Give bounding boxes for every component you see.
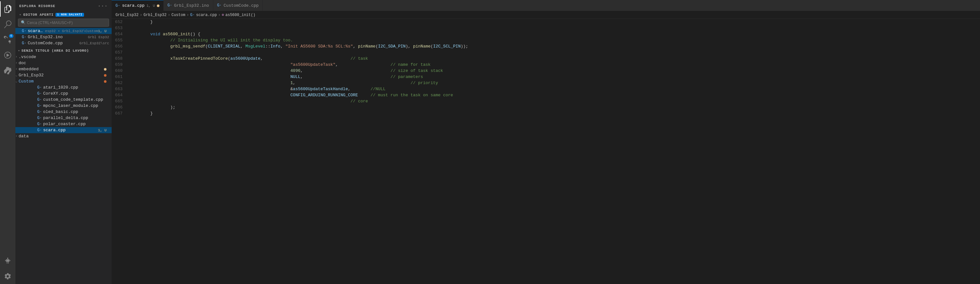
file-mpcnc[interactable]: G· mpcnc_laser_module.cpp (15, 103, 111, 109)
search-input[interactable] (27, 21, 106, 25)
svg-rect-5 (7, 262, 7, 263)
line-num-662: 662 (111, 80, 128, 86)
folder-grbl-name: Grbl_Esp32 (19, 73, 44, 78)
file-scara-badge: 1, U (98, 128, 109, 132)
tab-scara[interactable]: G· scara.cpp 1, U (111, 0, 164, 11)
line-num-666: 666 (111, 104, 128, 110)
tab-customcode-label: CustomCode.cpp (224, 3, 259, 8)
folder-chevron-grbl: ⌵ (15, 73, 18, 77)
folder-doc[interactable]: › doc (15, 60, 111, 66)
activity-bar-item-robot[interactable] (0, 253, 15, 269)
line-content-659: "as5600UpdateTask", // name for task (128, 62, 980, 68)
breadcrumb-file[interactable]: scara.cpp (196, 13, 217, 18)
folder-chevron-custom: ⌵ (15, 80, 18, 83)
cpp-icon: G· (22, 29, 26, 34)
folder-grbl-esp32[interactable]: ⌵ Grbl_Esp32 (15, 72, 111, 78)
file-oled-icon: G· (37, 110, 42, 114)
folder-custom-name: Custom (19, 79, 34, 84)
tab-customcode[interactable]: G· CustomCode.cpp (213, 0, 263, 11)
folder-chevron-vscode: › (15, 55, 18, 59)
line-num-657: 657 (111, 49, 128, 56)
line-num-653: 653 (111, 25, 128, 31)
file-corexy[interactable]: G· CoreXY.cpp (15, 91, 111, 97)
folder-grbl-dot (104, 74, 107, 77)
activity-bar-item-source-control[interactable]: 6 (0, 32, 15, 48)
line-num-665: 665 (111, 98, 128, 104)
line-content-654: void as5600_init() { (128, 31, 980, 37)
file-parallel-delta[interactable]: G· parallel_delta.cpp (15, 115, 111, 121)
breadcrumb-sep3: › (187, 13, 189, 18)
editor-file-scara-badge: 1, U (98, 29, 109, 33)
activity-bar: 6 (0, 0, 15, 284)
folder-chevron-data: › (15, 134, 18, 138)
sidebar-menu-button[interactable]: ··· (98, 3, 108, 9)
tab-bar: G· scara.cpp 1, U G· Grbl_Esp32.ino G· C… (111, 0, 980, 11)
line-content-661: NULL, // parameters (128, 74, 980, 80)
file-polar-name: polar_coaster.cpp (43, 121, 109, 126)
folder-vscode-name: .vscode (19, 54, 36, 59)
activity-bar-item-extensions[interactable] (0, 63, 15, 78)
code-line-663: 663 &as5600UpdateTaskHandle, //NULL (111, 86, 980, 92)
breadcrumb: Grbl_Esp32 › Grbl_Esp32 › Custom › G· sc… (111, 11, 980, 19)
breadcrumb-grbl2[interactable]: Grbl_Esp32 (143, 13, 167, 18)
editor-file-scara-path: esp32 • Grbl_Esp32\Custom (45, 29, 98, 33)
line-num-655: 655 (111, 37, 128, 43)
folder-embedded-dot (104, 68, 107, 70)
line-content-656: grbl_msg_sendf(CLIENT_SERIAL, MsgLevel::… (128, 43, 980, 49)
activity-bar-item-search[interactable] (0, 17, 15, 32)
code-line-661: 661 NULL, // parameters (111, 74, 980, 80)
folder-custom[interactable]: ⌵ Custom (15, 78, 111, 85)
editor-file-grbl-path: Grbl Esp32 (88, 35, 109, 39)
file-atari[interactable]: G· atari_1020.cpp (15, 85, 111, 91)
line-content-666: ); (128, 104, 980, 110)
breadcrumb-custom[interactable]: Custom (171, 13, 185, 18)
code-line-662: 662 1, // priority (111, 80, 980, 86)
activity-bar-item-settings[interactable] (0, 269, 15, 284)
folder-vscode[interactable]: › .vscode (15, 54, 111, 60)
activity-bar-item-explorer[interactable] (0, 1, 15, 17)
folder-embedded-name: embedded (19, 67, 38, 72)
code-line-658: 658 xTaskCreatePinnedToCore(as5600Update… (111, 56, 980, 62)
editor-file-grbl-ino[interactable]: G· Grbl_Esp32.ino Grbl Esp32 (15, 34, 111, 40)
editor-open-badge: 1 NON SALVATI (56, 13, 84, 17)
file-corexy-name: CoreXY.cpp (43, 91, 109, 96)
code-line-656: 656 grbl_msg_sendf(CLIENT_SERIAL, MsgLev… (111, 43, 980, 49)
file-parallel-name: parallel_delta.cpp (43, 115, 109, 120)
customcode-icon: G· (22, 41, 26, 46)
editor-file-customcode[interactable]: G· CustomCode.cpp Grbl_Esp32\src (15, 40, 111, 46)
folder-data[interactable]: › data (15, 133, 111, 139)
code-line-667: 667 } (111, 110, 980, 116)
editor-open-header[interactable]: ▾ EDITOR APERTI 1 NON SALVATI (15, 12, 111, 18)
file-custom-code-template[interactable]: G· custom_code_template.cpp (15, 97, 111, 103)
workspace-header[interactable]: ▾ SENZA TITOLO (AREA DI LAVORO) (15, 48, 111, 54)
file-template-icon: G· (37, 97, 42, 102)
line-num-659: 659 (111, 62, 128, 68)
code-editor[interactable]: 652 } 653 654 void as5600_init() { 655 /… (111, 19, 980, 284)
tab-scara-label: scara.cpp (122, 3, 144, 8)
tab-grbl-ino[interactable]: G· Grbl_Esp32.ino (164, 0, 213, 11)
code-line-652: 652 } (111, 19, 980, 25)
folder-embedded[interactable]: › embedded (15, 66, 111, 72)
breadcrumb-sep1: › (140, 13, 142, 18)
line-num-654: 654 (111, 31, 128, 37)
activity-bar-item-run[interactable] (0, 48, 15, 63)
sidebar: ESPLORA RISORSE ··· ▾ EDITOR APERTI 1 NO… (15, 0, 111, 284)
svg-rect-2 (6, 259, 9, 262)
file-scara[interactable]: G· scara.cpp 1, U ↙ (15, 127, 111, 133)
search-box[interactable]: 🔍 (18, 19, 109, 27)
main-area: G· scara.cpp 1, U G· Grbl_Esp32.ino G· C… (111, 0, 980, 284)
file-mpcnc-icon: G· (37, 104, 42, 108)
line-content-657 (128, 49, 980, 56)
breadcrumb-file-icon: G· (190, 13, 195, 18)
breadcrumb-function[interactable]: as5600_init() (226, 13, 256, 18)
file-polar[interactable]: G· polar_coaster.cpp (15, 121, 111, 127)
folder-doc-name: doc (19, 61, 26, 65)
editor-file-scara[interactable]: G· scara.cpp esp32 • Grbl_Esp32\Custom 1… (15, 28, 111, 34)
editor-file-grbl-name: Grbl_Esp32.ino (28, 35, 86, 40)
line-content-664: CONFIG_ARDUINO_RUNNING_CORE // must run … (128, 92, 980, 98)
file-template-name: custom_code_template.cpp (43, 97, 109, 102)
file-oled[interactable]: G· oled_basic.cpp (15, 109, 111, 115)
folder-custom-dot (104, 80, 107, 83)
breadcrumb-grbl1[interactable]: Grbl_Esp32 (116, 13, 138, 18)
tab-scara-icon: G· (116, 3, 120, 8)
